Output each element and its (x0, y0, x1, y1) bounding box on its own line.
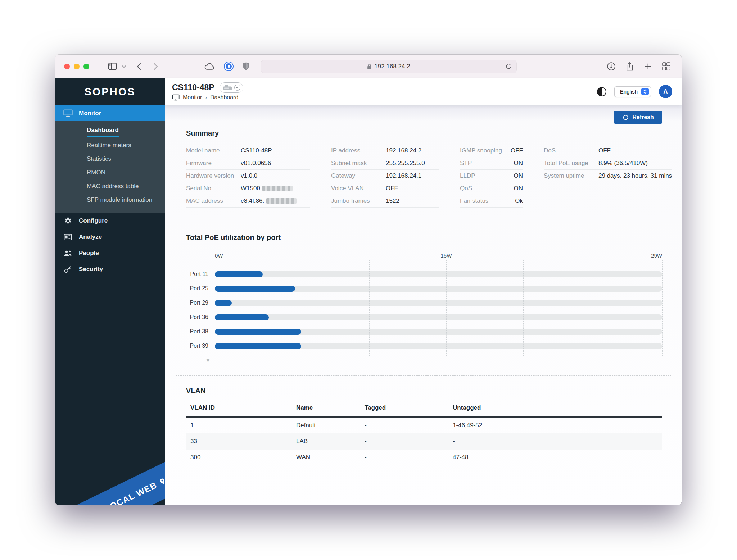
forward-icon[interactable] (153, 63, 158, 70)
summary-row: IP address192.168.24.2 (331, 145, 439, 157)
poe-track (215, 271, 662, 277)
breadcrumb-monitor[interactable]: Monitor (183, 94, 202, 101)
scroll-more-indicator[interactable]: ▼ (197, 357, 219, 363)
privacy-shield-icon[interactable] (242, 62, 250, 71)
vlan-cell: - (360, 450, 448, 466)
chevron-right-icon: › (205, 95, 207, 100)
port-label: Port 38 (186, 328, 208, 335)
sidebar-item-security[interactable]: Security (55, 261, 165, 277)
refresh-icon (622, 114, 629, 121)
poe-rows: Port 11Port 25Port 29Port 36Port 38Port … (215, 267, 662, 353)
summary-value: ON (514, 172, 523, 179)
sidebar-item-label: Configure (79, 217, 108, 224)
poe-bar (215, 271, 263, 277)
summary-row: Fan statusOk (460, 195, 523, 208)
poe-chart-row: Port 25 (215, 281, 662, 296)
summary-value: W1500 (241, 185, 293, 192)
cloud-icon[interactable] (204, 63, 215, 70)
axis-tick-label: 0W (215, 252, 223, 259)
switch-device-icon (222, 85, 232, 91)
password-manager-icon[interactable] (224, 62, 234, 71)
summary-label: Fan status (460, 197, 488, 205)
tab-overview-icon[interactable] (662, 62, 671, 71)
window-controls (64, 64, 89, 69)
monitor-submenu: Dashboard Realtime meters Statistics RMO… (55, 121, 165, 213)
new-tab-icon[interactable] (644, 62, 652, 71)
summary-row: IGMP snoopingOFF (460, 145, 523, 157)
submenu-item-realtime-meters[interactable]: Realtime meters (55, 138, 165, 152)
summary-row: LLDPON (460, 170, 523, 182)
summary-heading: Summary (186, 129, 662, 137)
vlan-row: 1Default-1-46,49-52 (186, 417, 662, 433)
vlan-column-header: Untagged (448, 404, 662, 417)
summary-value: 1522 (386, 197, 399, 205)
close-window-button[interactable] (64, 64, 70, 69)
summary-row: Voice VLANOFF (331, 182, 439, 195)
summary-row: Subnet mask255.255.255.0 (331, 157, 439, 170)
vlan-cell: - (360, 433, 448, 450)
people-icon (63, 250, 73, 257)
user-avatar[interactable]: A (659, 85, 672, 98)
device-selector-button[interactable] (220, 82, 243, 93)
redacted-blur (266, 198, 297, 204)
reload-icon[interactable] (505, 63, 512, 70)
chart-gridline (662, 260, 663, 356)
dashboard-content: Refresh Summary Model nameCS110-48PFirmw… (165, 105, 682, 505)
summary-label: System uptime (544, 172, 598, 179)
sidebar-item-label: Monitor (79, 110, 101, 117)
submenu-item-statistics[interactable]: Statistics (55, 152, 165, 166)
sidebar-item-configure[interactable]: Configure (55, 213, 165, 229)
chart-gridline (215, 260, 215, 356)
address-bar[interactable]: 192.168.24.2 (261, 60, 517, 73)
sidebar-item-label: Analyze (79, 233, 102, 241)
report-icon (63, 233, 73, 241)
summary-value: Ok (515, 197, 523, 205)
refresh-button[interactable]: Refresh (614, 111, 662, 124)
submenu-item-mac-address-table[interactable]: MAC address table (55, 179, 165, 193)
poe-bar (215, 314, 269, 320)
dark-mode-toggle-icon[interactable] (597, 87, 606, 96)
summary-column: IP address192.168.24.2Subnet mask255.255… (331, 145, 439, 208)
summary-value: CS110-48P (241, 147, 272, 154)
sidebar-item-label: Security (79, 266, 103, 273)
sidebar-item-label: People (79, 250, 99, 257)
sidebar-item-analyze[interactable]: Analyze (55, 229, 165, 245)
minimize-window-button[interactable] (74, 64, 80, 69)
summary-label: IGMP snooping (460, 147, 502, 154)
share-icon[interactable] (625, 62, 634, 71)
zoom-window-button[interactable] (83, 64, 89, 69)
summary-label: Total PoE usage (544, 160, 598, 167)
vlan-cell: - (360, 417, 448, 433)
redacted-blur (262, 186, 293, 191)
poe-track (215, 314, 662, 320)
summary-label: Gateway (331, 172, 386, 179)
summary-value: 192.168.24.1 (386, 172, 421, 179)
sidebar-item-monitor[interactable]: Monitor (55, 105, 165, 121)
sidebar-item-people[interactable]: People (55, 245, 165, 261)
submenu-item-rmon[interactable]: RMON (55, 166, 165, 179)
sidebar-toggle-icon[interactable] (108, 63, 117, 70)
summary-label: MAC address (186, 197, 241, 205)
vlan-column-header: Name (292, 404, 360, 417)
poe-track (215, 343, 662, 349)
summary-value: 29 days, 23 hours, 31 mins (598, 172, 672, 179)
language-select[interactable]: English (614, 86, 651, 97)
vlan-cell: LAB (292, 433, 360, 450)
back-icon[interactable] (137, 63, 141, 70)
submenu-item-dashboard[interactable]: Dashboard (55, 125, 165, 138)
vlan-column-header: Tagged (360, 404, 448, 417)
vlan-row: 300WAN-47-48 (186, 450, 662, 466)
summary-label: STP (460, 160, 472, 167)
summary-value: OFF (386, 185, 398, 192)
summary-row: DoSOFF (544, 145, 672, 157)
vlan-heading: VLAN (186, 387, 662, 395)
submenu-item-sfp-module-information[interactable]: SFP module information (55, 193, 165, 207)
downloads-icon[interactable] (607, 62, 616, 71)
url-text: 192.168.24.2 (374, 63, 410, 70)
breadcrumb-dashboard[interactable]: Dashboard (210, 94, 238, 101)
chevron-down-icon[interactable] (122, 65, 126, 68)
summary-row: Gateway192.168.24.1 (331, 170, 439, 182)
summary-label: LLDP (460, 172, 475, 179)
axis-tick-label: 29W (651, 252, 662, 259)
summary-grid: Model nameCS110-48PFirmwarev01.0.0656Har… (186, 145, 662, 208)
